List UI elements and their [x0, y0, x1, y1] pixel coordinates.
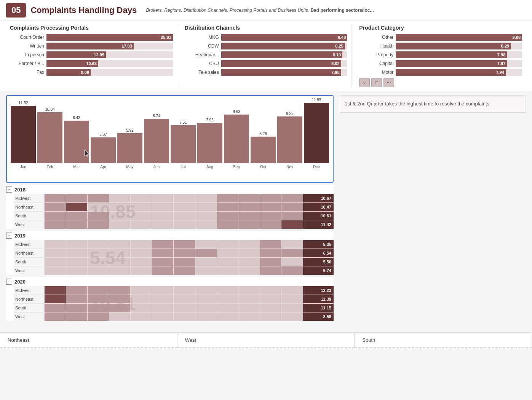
bar-wrap: 12.09 — [46, 51, 173, 58]
chart-bar-col[interactable]: 10.04Feb — [37, 107, 62, 169]
chart-bar-col[interactable]: 11.95Dec — [304, 98, 329, 169]
bottom-tabs[interactable]: Northeast West South — [0, 332, 532, 348]
bar-row: Property7.98 — [359, 51, 522, 58]
heatmap-cell — [238, 203, 260, 211]
bar-fill: 8.02 — [221, 60, 341, 67]
heatmap-cell — [260, 203, 281, 211]
tab-south[interactable]: South — [355, 333, 532, 348]
bar-row: CSU8.02 — [185, 60, 348, 67]
heatmap-cell — [217, 286, 238, 295]
chart-bar[interactable] — [304, 103, 329, 163]
heatmap-cell — [152, 203, 174, 211]
bar-label: Written — [10, 43, 44, 49]
bar-label: Headquar... — [185, 52, 219, 57]
heatmap-cell — [109, 295, 131, 303]
heatmap-cell — [195, 249, 217, 257]
heatmap-row-value: 10.47 — [303, 203, 334, 211]
processing-portals-panel: Complaints Processing Portals Court Orde… — [6, 25, 177, 87]
heatmap-cell — [238, 312, 260, 321]
chart-bar-value: 7.51 — [179, 120, 187, 124]
chart-bar[interactable] — [224, 115, 249, 163]
bar-row: CDW8.25 — [185, 43, 348, 49]
more-icon[interactable]: ⋯ — [383, 78, 394, 87]
heatmap-region-label: Northeast — [14, 203, 44, 211]
chart-bar-col[interactable]: 7.96Aug — [197, 118, 222, 169]
chart-month-label: Apr — [100, 165, 106, 169]
chart-bar[interactable] — [91, 137, 116, 163]
heatmap-cell — [88, 249, 109, 257]
heatmap-cell — [174, 312, 195, 321]
bar-wrap: 8.29 — [396, 43, 522, 49]
chart-bar[interactable] — [251, 137, 276, 163]
heatmap-cell — [260, 249, 281, 257]
bar-row: Fax9.09 — [10, 69, 173, 76]
chart-bar-col[interactable]: 11.32Jan — [11, 101, 36, 169]
bar-label: Fax — [10, 70, 44, 75]
heatmap-cell — [88, 194, 109, 202]
chart-month-label: Jul — [181, 165, 186, 169]
chart-bar[interactable] — [171, 125, 196, 163]
export-icon[interactable]: □ — [371, 78, 382, 87]
bar-value-label: 25.81 — [161, 35, 171, 40]
bar-value-label: 7.98 — [497, 53, 505, 57]
heatmap-grid: Midwest10.67Northeast10.47South10.61West… — [14, 194, 334, 229]
insight-box: 1st & 2nd Quarter takes the highest time… — [340, 95, 526, 113]
heatmap-cell — [88, 312, 109, 321]
chart-bar-col[interactable]: 9.25Nov — [277, 112, 302, 169]
heatmap-cell — [66, 212, 88, 220]
bar-wrap: 7.97 — [396, 60, 522, 67]
heatmap-cell — [109, 203, 131, 211]
heatmap-cell — [45, 203, 66, 211]
chart-month-label: Jun — [153, 165, 160, 169]
chart-bar-col[interactable]: 5.92May — [117, 128, 142, 169]
heatmap-cell — [217, 194, 238, 202]
heatmap-cell — [260, 286, 281, 295]
chart-bar[interactable] — [11, 106, 36, 163]
year-toggle-button[interactable]: − — [6, 233, 12, 239]
bar-label: CSU — [185, 61, 219, 66]
heatmap-cell — [152, 194, 174, 202]
chart-month-label: Nov — [286, 165, 293, 169]
heatmap-cell — [217, 203, 238, 211]
chart-bar-value: 5.26 — [259, 132, 267, 136]
bar-value-label: 8.25 — [335, 44, 343, 48]
heatmap-cell — [152, 220, 174, 229]
heatmap-cell — [45, 304, 66, 312]
section-number: 05 — [6, 3, 26, 18]
chart-bar-col[interactable]: 8.43Mar — [64, 116, 89, 169]
bar-value-label: 7.98 — [331, 70, 339, 75]
heatmap-cell — [260, 212, 281, 220]
heatmap-cell — [66, 249, 88, 257]
year-toggle-button[interactable]: − — [6, 186, 12, 193]
filter-icon[interactable]: ▿ — [359, 78, 370, 87]
tab-northeast[interactable]: Northeast — [0, 333, 177, 348]
chart-bar[interactable] — [197, 123, 222, 163]
distribution-channels-panel: Distribution Channels MKG8.40CDW8.25Head… — [181, 25, 352, 87]
chart-bar-col[interactable]: 9.63Sep — [224, 110, 249, 169]
chart-bar-col[interactable]: 7.51Jul — [171, 120, 196, 169]
chart-bar[interactable] — [144, 119, 169, 163]
chart-bar[interactable] — [37, 112, 62, 163]
chart-bar[interactable] — [117, 133, 142, 163]
chart-bar[interactable] — [64, 121, 89, 163]
chart-bar-col[interactable]: 8.74Jun — [144, 114, 169, 169]
chart-bar-col[interactable]: 5.26Oct — [251, 132, 276, 169]
heatmap-cell — [45, 240, 66, 249]
heatmap-region-label: South — [14, 212, 44, 220]
tab-west[interactable]: West — [177, 333, 355, 348]
heatmap-row-value: 8.58 — [303, 312, 334, 321]
chart-bar-col[interactable]: 5.07Apr — [91, 132, 116, 169]
heatmap-cell — [238, 212, 260, 220]
heatmap-region-label: West — [14, 266, 44, 275]
heatmap-cell — [66, 240, 88, 249]
bar-fill: 7.98 — [221, 69, 341, 76]
chart-bar-value: 11.95 — [312, 98, 321, 102]
chart-bar[interactable] — [277, 116, 302, 163]
heatmap-cell — [66, 312, 88, 321]
heatmap-cell — [260, 240, 281, 249]
heatmap-row-value: 12.23 — [303, 286, 334, 295]
heatmap-cell — [195, 203, 217, 211]
heatmap-cell — [217, 312, 238, 321]
heatmap-cell — [45, 249, 66, 257]
year-toggle-button[interactable]: − — [6, 279, 12, 285]
